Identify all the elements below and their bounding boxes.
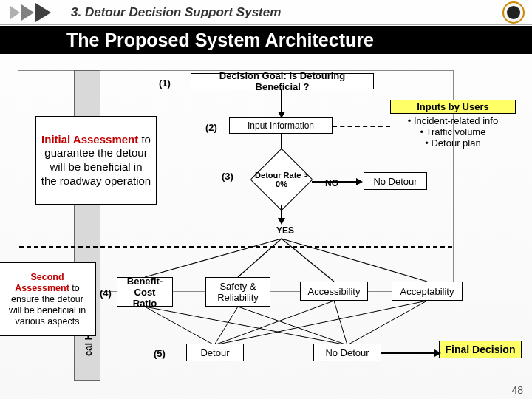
svg-line-9	[214, 307, 238, 345]
svg-line-8	[145, 307, 347, 345]
svg-line-12	[334, 301, 347, 345]
section-title: 3. Detour Decision Support System	[71, 5, 281, 20]
svg-line-3	[145, 239, 282, 277]
connector	[381, 352, 437, 354]
final-decision-box: Final Decision	[439, 341, 522, 358]
svg-line-10	[238, 307, 347, 345]
no-detour-2-box: No Detour	[313, 344, 381, 361]
arrow-right-icon	[434, 349, 441, 357]
detour-box: Detour	[186, 344, 244, 361]
diagram-stage: cal Hier (1) Decision Goal: Is Detouring…	[0, 54, 532, 399]
svg-line-13	[214, 301, 427, 345]
page-number: 48	[511, 384, 523, 396]
svg-marker-2	[35, 3, 51, 22]
svg-line-7	[145, 307, 214, 345]
header-bar: 3. Detour Decision Support System	[0, 0, 532, 25]
slide-title: The Proposed System Architecture	[66, 30, 374, 51]
arrow-decoration	[9, 3, 61, 22]
svg-marker-0	[10, 6, 20, 19]
svg-line-5	[282, 239, 334, 282]
university-logo	[502, 1, 525, 24]
svg-marker-1	[21, 4, 34, 21]
svg-line-14	[347, 301, 427, 345]
subtitle-bar: The Proposed System Architecture	[0, 26, 532, 54]
svg-line-6	[282, 239, 427, 282]
step-5-number: (5)	[154, 348, 166, 359]
